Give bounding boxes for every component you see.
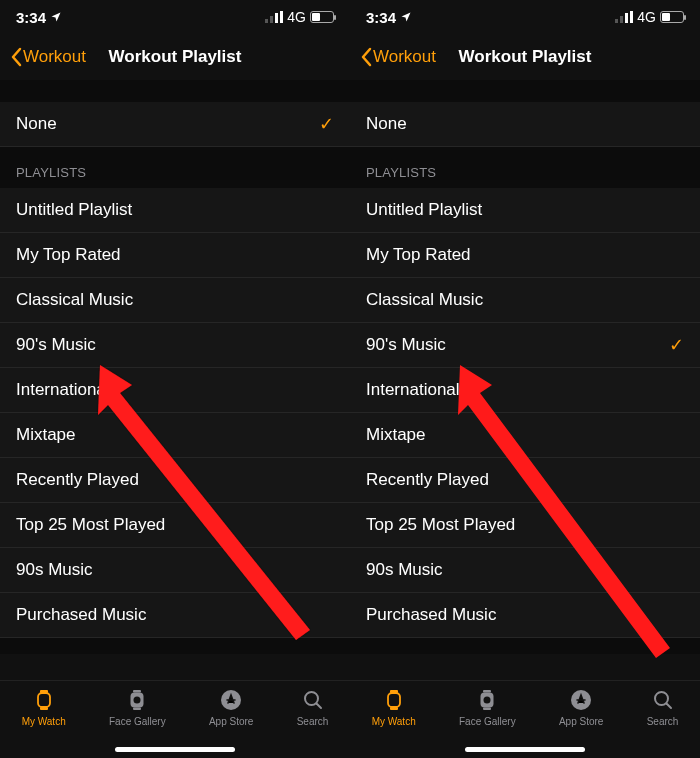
playlist-row[interactable]: Top 25 Most Played — [0, 503, 350, 548]
row-label: International — [366, 380, 460, 400]
status-time: 3:34 — [16, 9, 46, 26]
network-label: 4G — [287, 9, 306, 25]
playlist-row[interactable]: My Top Rated — [350, 233, 700, 278]
svg-rect-7 — [133, 690, 141, 693]
tab-face-gallery[interactable]: Face Gallery — [109, 687, 166, 727]
svg-rect-22 — [483, 708, 491, 711]
signal-icon — [265, 11, 283, 23]
playlist-row[interactable]: 90s Music — [350, 548, 700, 593]
watch-icon — [381, 687, 407, 713]
playlist-row[interactable]: Purchased Music — [0, 593, 350, 638]
content-scroll[interactable]: None✓ PLAYLISTSUntitled PlaylistMy Top R… — [0, 80, 350, 680]
nav-bar: Workout Workout Playlist — [0, 34, 350, 80]
tab-search[interactable]: Search — [297, 687, 329, 727]
svg-rect-20 — [388, 693, 400, 707]
tab-label: Face Gallery — [459, 716, 516, 727]
playlist-row[interactable]: Classical Music — [350, 278, 700, 323]
svg-rect-21 — [483, 690, 491, 693]
home-indicator[interactable] — [465, 747, 585, 752]
row-label: My Top Rated — [16, 245, 121, 265]
tab-label: My Watch — [372, 716, 416, 727]
status-bar: 3:34 4G — [0, 0, 350, 34]
status-bar: 3:34 4G — [350, 0, 700, 34]
svg-line-13 — [316, 704, 321, 709]
row-label: International — [16, 380, 110, 400]
playlist-row[interactable]: Untitled Playlist — [350, 188, 700, 233]
row-label: Classical Music — [16, 290, 133, 310]
tab-face-gallery[interactable]: Face Gallery — [459, 687, 516, 727]
svg-point-24 — [484, 697, 491, 704]
playlist-row[interactable]: Mixtape — [0, 413, 350, 458]
back-button[interactable]: Workout — [10, 47, 86, 67]
svg-rect-16 — [625, 13, 628, 23]
playlist-row[interactable]: Recently Played — [0, 458, 350, 503]
tab-search[interactable]: Search — [647, 687, 679, 727]
playlist-row[interactable]: International — [350, 368, 700, 413]
nav-title: Workout Playlist — [459, 47, 592, 67]
app-store-icon — [218, 687, 244, 713]
back-button[interactable]: Workout — [360, 47, 436, 67]
chevron-left-icon — [360, 47, 372, 67]
svg-rect-14 — [615, 19, 618, 23]
playlist-row[interactable]: 90's Music✓ — [350, 323, 700, 368]
row-label: My Top Rated — [366, 245, 471, 265]
playlist-row[interactable]: 90s Music — [0, 548, 350, 593]
row-label: Top 25 Most Played — [366, 515, 515, 535]
row-label: 90s Music — [366, 560, 443, 580]
content-scroll[interactable]: None PLAYLISTSUntitled PlaylistMy Top Ra… — [350, 80, 700, 680]
tab-app-store[interactable]: App Store — [209, 687, 253, 727]
battery-icon — [310, 11, 334, 23]
face-gallery-icon — [474, 687, 500, 713]
svg-rect-15 — [620, 16, 623, 23]
playlist-row[interactable]: Untitled Playlist — [0, 188, 350, 233]
tab-label: App Store — [209, 716, 253, 727]
back-label: Workout — [373, 47, 436, 67]
row-label: 90's Music — [366, 335, 446, 355]
phone-screen: 3:34 4G Workout Workout Playlist None PL… — [350, 0, 700, 758]
status-time: 3:34 — [366, 9, 396, 26]
playlist-row[interactable]: Classical Music — [0, 278, 350, 323]
row-label: Classical Music — [366, 290, 483, 310]
row-none[interactable]: None — [350, 102, 700, 147]
tab-label: App Store — [559, 716, 603, 727]
section-header-playlists: PLAYLISTS — [0, 147, 350, 188]
playlist-row[interactable]: International — [0, 368, 350, 413]
tab-label: Search — [297, 716, 329, 727]
row-label: Mixtape — [366, 425, 426, 445]
row-none[interactable]: None✓ — [0, 102, 350, 147]
location-icon — [50, 9, 62, 26]
home-indicator[interactable] — [115, 747, 235, 752]
svg-rect-3 — [280, 11, 283, 23]
playlist-row[interactable]: Mixtape — [350, 413, 700, 458]
row-label: Untitled Playlist — [16, 200, 132, 220]
playlist-row[interactable]: Purchased Music — [350, 593, 700, 638]
playlist-row[interactable]: My Top Rated — [0, 233, 350, 278]
row-label: None — [366, 114, 407, 134]
row-label: Mixtape — [16, 425, 76, 445]
row-label: Recently Played — [366, 470, 489, 490]
svg-rect-2 — [275, 13, 278, 23]
row-label: Purchased Music — [366, 605, 496, 625]
svg-rect-1 — [270, 16, 273, 23]
phone-screen: 3:34 4G Workout Workout Playlist None✓ P… — [0, 0, 350, 758]
row-label: Recently Played — [16, 470, 139, 490]
tab-label: My Watch — [22, 716, 66, 727]
svg-line-27 — [666, 704, 671, 709]
playlist-row[interactable]: Top 25 Most Played — [350, 503, 700, 548]
location-icon — [400, 9, 412, 26]
tab-my-watch[interactable]: My Watch — [372, 687, 416, 727]
row-label: 90's Music — [16, 335, 96, 355]
svg-rect-17 — [630, 11, 633, 23]
tab-label: Face Gallery — [109, 716, 166, 727]
tab-app-store[interactable]: App Store — [559, 687, 603, 727]
search-icon — [300, 687, 326, 713]
tab-my-watch[interactable]: My Watch — [22, 687, 66, 727]
checkmark-icon: ✓ — [669, 334, 684, 356]
svg-rect-6 — [38, 693, 50, 707]
network-label: 4G — [637, 9, 656, 25]
row-label: 90s Music — [16, 560, 93, 580]
row-label: Untitled Playlist — [366, 200, 482, 220]
playlist-row[interactable]: 90's Music — [0, 323, 350, 368]
svg-rect-0 — [265, 19, 268, 23]
playlist-row[interactable]: Recently Played — [350, 458, 700, 503]
